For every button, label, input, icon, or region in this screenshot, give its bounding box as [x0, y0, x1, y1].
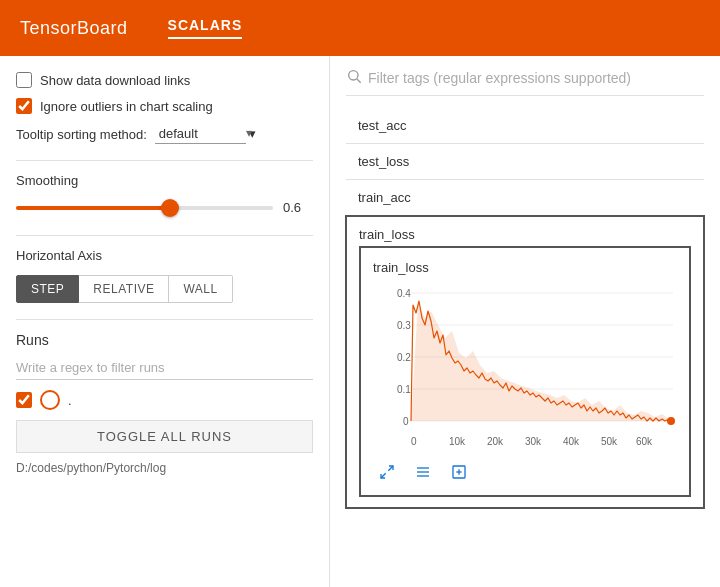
tag-list: test_acc test_loss train_acc train_loss … — [346, 108, 704, 509]
tooltip-select-wrapper: default ascending descending nearest ▾ — [155, 124, 257, 144]
smoothing-section: Smoothing 0.6 — [16, 173, 313, 215]
svg-point-19 — [667, 417, 675, 425]
smoothing-slider[interactable] — [16, 206, 273, 210]
filter-tags-input[interactable] — [368, 70, 704, 86]
svg-line-1 — [357, 79, 361, 83]
tag-train-acc[interactable]: train_acc — [346, 180, 704, 216]
chart-container: train_loss 0.4 0.3 0.2 0.1 0 0 10k — [359, 246, 691, 497]
axis-relative-button[interactable]: RELATIVE — [79, 275, 169, 303]
svg-line-21 — [381, 473, 386, 478]
svg-text:30k: 30k — [525, 436, 542, 447]
chart-toolbar — [373, 461, 677, 483]
svg-text:60k: 60k — [636, 436, 653, 447]
smoothing-value: 0.6 — [283, 200, 313, 215]
tag-test-acc[interactable]: test_acc — [346, 108, 704, 144]
run-circle — [40, 390, 60, 410]
axis-wall-button[interactable]: WALL — [169, 275, 232, 303]
run-checkbox[interactable] — [16, 392, 32, 408]
show-data-links-label: Show data download links — [40, 73, 190, 88]
tooltip-select[interactable]: default ascending descending nearest — [155, 124, 246, 144]
run-row: . — [16, 390, 313, 410]
svg-text:50k: 50k — [601, 436, 618, 447]
svg-text:40k: 40k — [563, 436, 580, 447]
app-title: TensorBoard — [20, 18, 128, 39]
svg-text:0: 0 — [403, 416, 409, 427]
chart-svg: 0.4 0.3 0.2 0.1 0 0 10k 20k 30k 40k 50k — [373, 283, 683, 453]
svg-text:0.4: 0.4 — [397, 288, 411, 299]
runs-title: Runs — [16, 332, 313, 348]
left-panel: Show data download links Ignore outliers… — [0, 56, 330, 587]
divider-3 — [16, 319, 313, 320]
smoothing-row: 0.6 — [16, 200, 313, 215]
search-icon — [346, 68, 362, 87]
tag-train-loss[interactable]: train_loss train_loss 0.4 0.3 0.2 0.1 0 — [345, 215, 705, 509]
slider-thumb[interactable] — [161, 199, 179, 217]
svg-text:10k: 10k — [449, 436, 466, 447]
divider-2 — [16, 235, 313, 236]
axis-buttons: STEP RELATIVE WALL — [16, 275, 313, 303]
header: TensorBoard SCALARS — [0, 0, 720, 56]
smoothing-label: Smoothing — [16, 173, 313, 188]
svg-text:0: 0 — [411, 436, 417, 447]
svg-line-20 — [388, 466, 393, 471]
show-data-links-checkbox[interactable] — [16, 72, 32, 88]
svg-text:0.2: 0.2 — [397, 352, 411, 363]
footer-path: D:/codes/python/Pytorch/log — [16, 461, 313, 475]
toggle-all-runs-button[interactable]: TOGGLE ALL RUNS — [16, 420, 313, 453]
tooltip-row: Tooltip sorting method: default ascendin… — [16, 124, 313, 144]
chart-title: train_loss — [373, 260, 677, 275]
runs-filter-input[interactable] — [16, 356, 313, 380]
ignore-outliers-label: Ignore outliers in chart scaling — [40, 99, 213, 114]
divider-1 — [16, 160, 313, 161]
horizontal-axis-section: Horizontal Axis STEP RELATIVE WALL — [16, 248, 313, 303]
axis-step-button[interactable]: STEP — [16, 275, 79, 303]
expand-chart-button[interactable] — [373, 461, 401, 483]
download-chart-button[interactable] — [445, 461, 473, 483]
svg-point-0 — [349, 71, 358, 80]
list-chart-button[interactable] — [409, 461, 437, 483]
tooltip-label: Tooltip sorting method: — [16, 127, 147, 142]
chevron-down-icon: ▾ — [249, 126, 256, 141]
runs-section: Runs . TOGGLE ALL RUNS D:/codes/python/P… — [16, 332, 313, 475]
chart-area: 0.4 0.3 0.2 0.1 0 0 10k 20k 30k 40k 50k — [373, 283, 677, 453]
svg-text:0.1: 0.1 — [397, 384, 411, 395]
show-data-links-row: Show data download links — [16, 72, 313, 88]
tag-test-loss[interactable]: test_loss — [346, 144, 704, 180]
run-dot-label: . — [68, 393, 72, 408]
right-panel: test_acc test_loss train_acc train_loss … — [330, 56, 720, 587]
svg-text:0.3: 0.3 — [397, 320, 411, 331]
ignore-outliers-checkbox[interactable] — [16, 98, 32, 114]
filter-row — [346, 68, 704, 96]
slider-fill — [16, 206, 170, 210]
main-layout: Show data download links Ignore outliers… — [0, 56, 720, 587]
scalars-tab[interactable]: SCALARS — [168, 17, 243, 39]
tag-train-loss-label: train_loss — [359, 227, 415, 242]
ignore-outliers-row: Ignore outliers in chart scaling — [16, 98, 313, 114]
svg-text:20k: 20k — [487, 436, 504, 447]
horizontal-axis-label: Horizontal Axis — [16, 248, 313, 263]
